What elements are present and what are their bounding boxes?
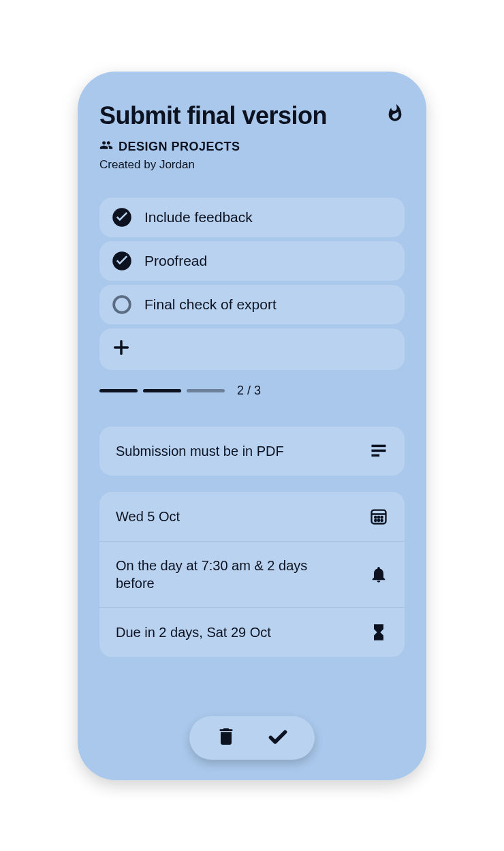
note-text: Submission must be in PDF [116, 442, 284, 460]
subtask-item[interactable]: Final check of export [99, 285, 405, 324]
progress: 2 / 3 [99, 384, 405, 398]
progress-segment-done [99, 389, 138, 392]
bell-icon [369, 565, 388, 584]
task-title: Submit final version [99, 102, 327, 130]
progress-text: 2 / 3 [237, 384, 261, 398]
subtask-item[interactable]: Include feedback [99, 198, 405, 237]
people-icon [99, 138, 113, 155]
svg-rect-7 [372, 454, 380, 457]
complete-button[interactable] [266, 726, 290, 750]
project-row[interactable]: DESIGN PROJECTS [99, 138, 405, 155]
subtask-list: Include feedback Proofread Final check o… [99, 198, 405, 370]
task-meta: DESIGN PROJECTS Created by Jordan [99, 138, 405, 172]
checkbox-unchecked-icon[interactable] [112, 294, 132, 315]
subtask-label: Include feedback [144, 209, 253, 226]
svg-rect-5 [372, 444, 386, 447]
header: Submit final version [99, 102, 405, 130]
svg-point-13 [375, 519, 376, 521]
reminder-row[interactable]: On the day at 7:30 am & 2 days before [99, 542, 405, 608]
svg-point-12 [381, 516, 383, 518]
trash-icon [215, 726, 237, 750]
checkbox-checked-icon[interactable] [112, 251, 132, 271]
subtask-label: Proofread [144, 253, 207, 269]
created-by: Created by Jordan [99, 158, 405, 172]
subtask-item[interactable]: Proofread [99, 241, 405, 281]
date-text: Wed 5 Oct [116, 508, 180, 525]
reminder-text: On the day at 7:30 am & 2 days before [116, 557, 334, 592]
delete-button[interactable] [214, 726, 238, 750]
plus-icon [112, 338, 131, 360]
note-card[interactable]: Submission must be in PDF [99, 427, 405, 476]
progress-segment-done [143, 389, 181, 392]
svg-point-10 [375, 516, 376, 518]
svg-point-14 [378, 519, 379, 521]
date-row[interactable]: Wed 5 Oct [99, 492, 405, 542]
fire-icon[interactable] [385, 102, 405, 125]
calendar-icon [369, 507, 388, 526]
schedule-card: Wed 5 Oct On the day at 7:30 am & 2 days… [99, 492, 405, 657]
add-subtask-button[interactable] [99, 328, 405, 370]
bottom-action-bar [189, 716, 315, 760]
project-name: DESIGN PROJECTS [119, 140, 240, 154]
notes-icon [369, 442, 388, 461]
checkbox-checked-icon[interactable] [112, 207, 132, 228]
note-row[interactable]: Submission must be in PDF [99, 427, 405, 476]
check-icon [267, 726, 289, 750]
subtask-label: Final check of export [144, 296, 277, 313]
svg-rect-6 [372, 449, 386, 452]
svg-point-2 [114, 296, 130, 313]
svg-point-11 [378, 516, 379, 518]
progress-bar [99, 389, 225, 392]
due-row[interactable]: Due in 2 days, Sat 29 Oct [99, 608, 405, 657]
due-text: Due in 2 days, Sat 29 Oct [116, 623, 271, 641]
progress-segment-empty [187, 389, 225, 392]
task-detail-screen: Submit final version DESIGN PROJECTS Cre… [78, 72, 426, 780]
svg-point-15 [381, 519, 383, 521]
hourglass-icon [369, 623, 388, 642]
